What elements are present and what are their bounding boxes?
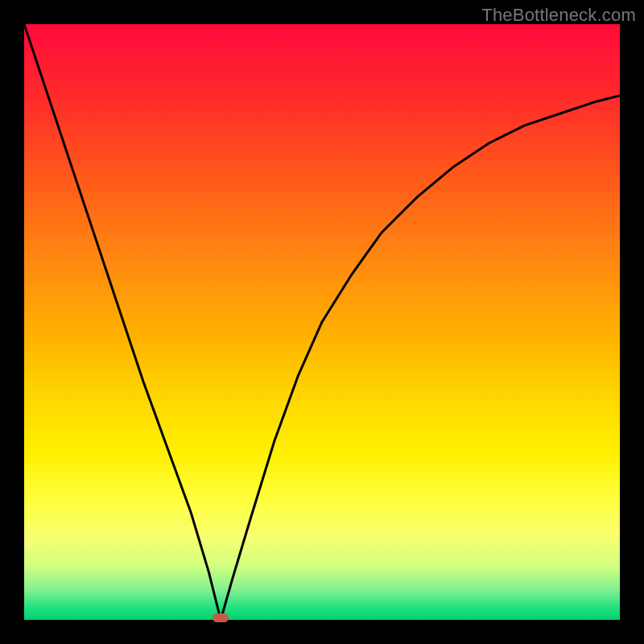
minimum-marker bbox=[213, 613, 229, 622]
watermark-label: TheBottleneck.com bbox=[481, 5, 636, 26]
curve-path bbox=[24, 24, 620, 620]
plot-area bbox=[24, 24, 620, 620]
chart-frame: TheBottleneck.com bbox=[0, 0, 644, 644]
bottleneck-curve bbox=[24, 24, 620, 620]
